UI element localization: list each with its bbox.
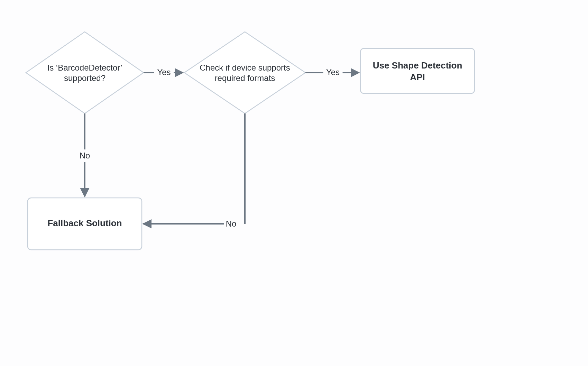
result-fallback-solution: Fallback Solution (28, 198, 142, 250)
edge-d1-yes: Yes (144, 67, 183, 77)
decision-barcodedetector-supported: Is ‘BarcodeDetector’ supported? (26, 32, 144, 113)
flowchart: Is ‘BarcodeDetector’ supported? Check if… (0, 0, 588, 366)
svg-text:Yes: Yes (157, 67, 171, 77)
svg-rect-6 (360, 48, 475, 93)
svg-text:required formats: required formats (215, 73, 275, 83)
svg-text:Is ‘BarcodeDetector’: Is ‘BarcodeDetector’ (47, 63, 122, 72)
svg-text:Check if device supports: Check if device supports (200, 63, 290, 72)
svg-text:supported?: supported? (64, 73, 105, 83)
edge-d2-yes: Yes (305, 67, 359, 77)
svg-marker-0 (26, 32, 144, 113)
svg-text:No: No (226, 219, 237, 228)
decision-device-supports-formats: Check if device supports required format… (184, 32, 305, 113)
edge-d1-no: No (80, 113, 90, 196)
svg-text:Fallback Solution: Fallback Solution (47, 218, 122, 228)
svg-text:No: No (80, 151, 90, 160)
svg-text:API: API (410, 72, 425, 82)
svg-text:Yes: Yes (326, 67, 340, 77)
edge-d2-no: No (143, 113, 245, 228)
result-use-shape-detection-api: Use Shape Detection API (360, 48, 475, 93)
svg-marker-3 (184, 32, 305, 113)
svg-text:Use Shape Detection: Use Shape Detection (373, 60, 462, 71)
